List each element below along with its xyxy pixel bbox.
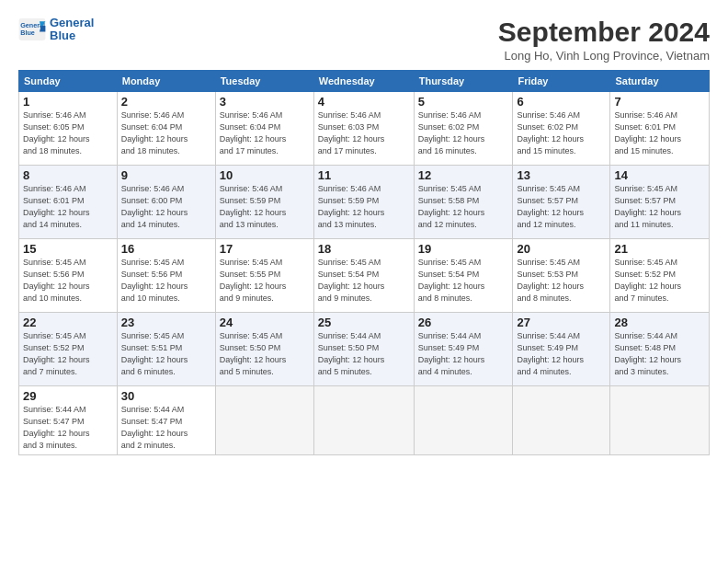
day-info: Sunrise: 5:44 AM Sunset: 5:49 PM Dayligh… [418,330,509,378]
day-cell: 9Sunrise: 5:46 AM Sunset: 6:00 PM Daylig… [117,166,215,239]
day-info: Sunrise: 5:46 AM Sunset: 6:03 PM Dayligh… [318,109,410,157]
day-cell: 13Sunrise: 5:45 AM Sunset: 5:57 PM Dayli… [513,166,610,239]
svg-text:Blue: Blue [20,29,35,38]
day-info: Sunrise: 5:46 AM Sunset: 6:04 PM Dayligh… [121,109,211,157]
day-number: 19 [418,242,509,256]
day-info: Sunrise: 5:45 AM Sunset: 5:54 PM Dayligh… [418,257,509,304]
calendar-body: 1Sunrise: 5:46 AM Sunset: 6:05 PM Daylig… [19,92,710,455]
day-info: Sunrise: 5:46 AM Sunset: 5:59 PM Dayligh… [220,183,310,231]
day-number: 29 [23,389,113,403]
day-cell [414,386,513,455]
day-number: 27 [517,316,606,329]
day-cell: 26Sunrise: 5:44 AM Sunset: 5:49 PM Dayli… [414,313,513,386]
day-info: Sunrise: 5:45 AM Sunset: 5:52 PM Dayligh… [614,257,705,304]
day-cell: 25Sunrise: 5:44 AM Sunset: 5:50 PM Dayli… [313,313,414,386]
day-cell: 2Sunrise: 5:46 AM Sunset: 6:04 PM Daylig… [117,92,215,166]
day-cell: 12Sunrise: 5:45 AM Sunset: 5:58 PM Dayli… [414,166,513,239]
day-info: Sunrise: 5:46 AM Sunset: 6:01 PM Dayligh… [23,183,113,231]
day-info: Sunrise: 5:44 AM Sunset: 5:47 PM Dayligh… [121,404,211,452]
day-cell: 1Sunrise: 5:46 AM Sunset: 6:05 PM Daylig… [19,92,118,166]
day-number: 5 [418,95,509,109]
day-cell: 4Sunrise: 5:46 AM Sunset: 6:03 PM Daylig… [313,92,414,166]
location: Long Ho, Vinh Long Province, Vietnam [498,49,710,63]
day-info: Sunrise: 5:45 AM Sunset: 5:50 PM Dayligh… [220,330,310,378]
day-number: 13 [517,168,606,182]
day-info: Sunrise: 5:45 AM Sunset: 5:51 PM Dayligh… [121,330,211,378]
day-cell: 24Sunrise: 5:45 AM Sunset: 5:50 PM Dayli… [215,313,313,386]
day-number: 17 [220,242,310,256]
day-number: 30 [121,389,211,403]
day-cell: 5Sunrise: 5:46 AM Sunset: 6:02 PM Daylig… [414,92,513,166]
day-info: Sunrise: 5:45 AM Sunset: 5:56 PM Dayligh… [121,257,211,304]
day-cell: 7Sunrise: 5:46 AM Sunset: 6:01 PM Daylig… [610,92,710,166]
col-header-saturday: Saturday [610,71,710,92]
day-number: 1 [23,95,113,109]
day-number: 11 [318,168,410,182]
day-cell: 22Sunrise: 5:45 AM Sunset: 5:52 PM Dayli… [19,313,118,386]
day-number: 21 [614,242,705,256]
day-info: Sunrise: 5:44 AM Sunset: 5:50 PM Dayligh… [318,330,410,378]
week-row-1: 1Sunrise: 5:46 AM Sunset: 6:05 PM Daylig… [19,92,710,166]
day-info: Sunrise: 5:44 AM Sunset: 5:49 PM Dayligh… [517,330,606,378]
day-cell: 30Sunrise: 5:44 AM Sunset: 5:47 PM Dayli… [117,386,215,455]
logo: General Blue General Blue [18,17,94,43]
day-cell: 14Sunrise: 5:45 AM Sunset: 5:57 PM Dayli… [610,166,710,239]
week-row-2: 8Sunrise: 5:46 AM Sunset: 6:01 PM Daylig… [19,166,710,239]
day-number: 18 [318,242,410,256]
day-number: 20 [517,242,606,256]
day-number: 14 [614,168,705,182]
day-cell: 8Sunrise: 5:46 AM Sunset: 6:01 PM Daylig… [19,166,118,239]
day-cell [610,386,710,455]
day-number: 10 [220,168,310,182]
day-number: 23 [121,316,211,329]
day-number: 12 [418,168,509,182]
day-cell: 6Sunrise: 5:46 AM Sunset: 6:02 PM Daylig… [513,92,610,166]
col-header-sunday: Sunday [19,71,118,92]
day-number: 22 [23,316,113,329]
calendar: SundayMondayTuesdayWednesdayThursdayFrid… [18,70,710,455]
day-info: Sunrise: 5:46 AM Sunset: 6:04 PM Dayligh… [220,109,310,157]
day-info: Sunrise: 5:46 AM Sunset: 6:01 PM Dayligh… [614,109,705,157]
day-cell: 29Sunrise: 5:44 AM Sunset: 5:47 PM Dayli… [19,386,118,455]
day-number: 7 [614,95,705,109]
calendar-header: SundayMondayTuesdayWednesdayThursdayFrid… [19,71,710,92]
day-number: 16 [121,242,211,256]
day-info: Sunrise: 5:45 AM Sunset: 5:53 PM Dayligh… [517,257,606,304]
day-info: Sunrise: 5:44 AM Sunset: 5:48 PM Dayligh… [614,330,705,378]
day-cell: 3Sunrise: 5:46 AM Sunset: 6:04 PM Daylig… [215,92,313,166]
day-info: Sunrise: 5:46 AM Sunset: 5:59 PM Dayligh… [318,183,410,231]
day-number: 15 [23,242,113,256]
day-info: Sunrise: 5:46 AM Sunset: 6:00 PM Dayligh… [121,183,211,231]
week-row-3: 15Sunrise: 5:45 AM Sunset: 5:56 PM Dayli… [19,239,710,313]
day-cell: 16Sunrise: 5:45 AM Sunset: 5:56 PM Dayli… [117,239,215,313]
day-cell: 17Sunrise: 5:45 AM Sunset: 5:55 PM Dayli… [215,239,313,313]
day-number: 26 [418,316,509,329]
day-cell: 21Sunrise: 5:45 AM Sunset: 5:52 PM Dayli… [610,239,710,313]
day-number: 4 [318,95,410,109]
logo-icon: General Blue [18,18,46,40]
month-title: September 2024 [498,17,710,47]
day-info: Sunrise: 5:45 AM Sunset: 5:55 PM Dayligh… [220,257,310,304]
day-info: Sunrise: 5:45 AM Sunset: 5:52 PM Dayligh… [23,330,113,378]
col-header-monday: Monday [117,71,215,92]
day-cell [215,386,313,455]
day-info: Sunrise: 5:46 AM Sunset: 6:05 PM Dayligh… [23,109,113,157]
day-cell [313,386,414,455]
day-cell: 18Sunrise: 5:45 AM Sunset: 5:54 PM Dayli… [313,239,414,313]
day-info: Sunrise: 5:44 AM Sunset: 5:47 PM Dayligh… [23,404,113,452]
day-info: Sunrise: 5:45 AM Sunset: 5:57 PM Dayligh… [517,183,606,231]
day-cell: 11Sunrise: 5:46 AM Sunset: 5:59 PM Dayli… [313,166,414,239]
day-cell: 23Sunrise: 5:45 AM Sunset: 5:51 PM Dayli… [117,313,215,386]
col-header-thursday: Thursday [414,71,513,92]
col-header-wednesday: Wednesday [313,71,414,92]
title-section: September 2024 Long Ho, Vinh Long Provin… [498,17,710,63]
day-cell: 27Sunrise: 5:44 AM Sunset: 5:49 PM Dayli… [513,313,610,386]
logo-text: General Blue [50,17,94,43]
week-row-4: 22Sunrise: 5:45 AM Sunset: 5:52 PM Dayli… [19,313,710,386]
day-cell: 15Sunrise: 5:45 AM Sunset: 5:56 PM Dayli… [19,239,118,313]
day-number: 28 [614,316,705,329]
col-header-friday: Friday [513,71,610,92]
day-info: Sunrise: 5:45 AM Sunset: 5:54 PM Dayligh… [318,257,410,304]
day-number: 24 [220,316,310,329]
day-number: 2 [121,95,211,109]
